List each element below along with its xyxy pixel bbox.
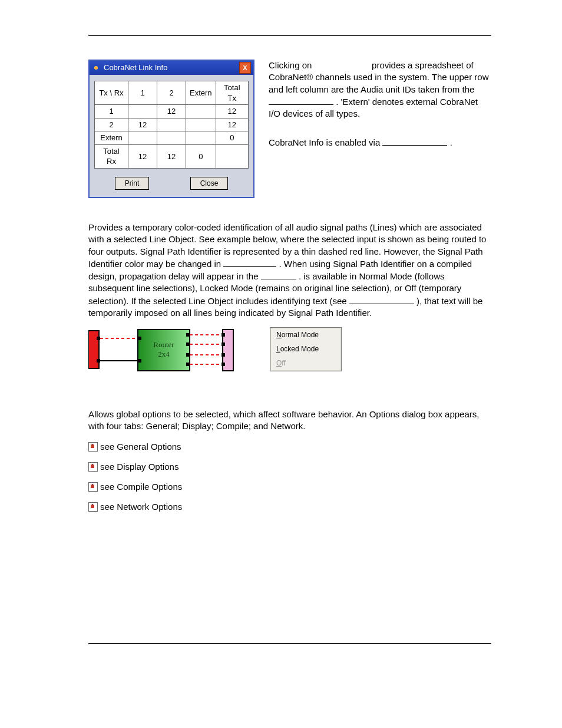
app-icon: [92, 64, 100, 72]
cell: 12: [157, 144, 186, 168]
dialog-titlebar: CobraNet Link Info X: [90, 61, 253, 75]
table-row: Tx \ Rx 1 2 Extern Total Tx: [95, 81, 249, 105]
topic-icon: [88, 462, 98, 472]
svg-rect-8: [186, 333, 190, 337]
svg-rect-10: [186, 353, 190, 357]
cell: [186, 131, 216, 145]
cell: 12: [216, 105, 248, 118]
svg-rect-6: [138, 337, 141, 340]
cell: 1: [128, 81, 157, 105]
text: Clicking on: [269, 60, 315, 70]
cell: 0: [216, 131, 248, 145]
options-paragraph: Allows global options to be selected, wh…: [88, 409, 491, 433]
cobranet-top-row: CobraNet Link Info X Tx \ Rx 1 2 Extern …: [88, 60, 491, 198]
svg-rect-20: [222, 363, 225, 366]
svg-rect-1: [97, 337, 100, 340]
list-item[interactable]: see Display Options: [88, 461, 491, 473]
option-link[interactable]: see Compile Options: [100, 481, 182, 493]
signal-path-identifier-section: Provides a temporary color-coded identif…: [88, 222, 491, 373]
cell: [186, 118, 216, 131]
cobranet-description: Clicking on CobraNet Info provides a spr…: [269, 60, 491, 154]
cell: 12: [128, 144, 157, 168]
svg-rect-19: [222, 353, 225, 357]
dialog-body: Tx \ Rx 1 2 Extern Total Tx 1 12 12: [90, 75, 253, 197]
network-access-link[interactable]: [382, 136, 447, 146]
table-row: 1 12 12: [95, 105, 249, 118]
router-label-line2: 2x4: [158, 350, 170, 358]
cell: 12: [216, 118, 248, 131]
dialog-title: CobraNet Link Info: [104, 62, 239, 73]
option-link[interactable]: see General Options: [100, 441, 181, 453]
router-diagram: Router 2x4: [88, 327, 234, 373]
cell: [128, 105, 157, 118]
router-label-line1: Router: [153, 340, 174, 349]
topic-icon: [88, 442, 98, 452]
cell: Total Rx: [95, 144, 128, 168]
object-properties-link[interactable]: [349, 295, 414, 304]
menu-item-off[interactable]: Off: [270, 356, 341, 370]
list-item[interactable]: see Network Options: [88, 501, 491, 513]
close-icon[interactable]: X: [239, 62, 251, 74]
cell: [157, 131, 186, 145]
text: CobraNet Info is enabled via: [269, 137, 382, 147]
table-row: Extern 0: [95, 131, 249, 145]
print-button[interactable]: Print: [115, 177, 150, 190]
topic-icon: [88, 502, 98, 512]
cell: [128, 131, 157, 145]
cell: Tx \ Rx: [95, 81, 128, 105]
topic-icon: [88, 482, 98, 492]
menu-item-locked[interactable]: Locked Mode: [270, 342, 341, 356]
option-link[interactable]: see Display Options: [100, 461, 178, 473]
svg-rect-9: [186, 342, 190, 346]
display-options-link[interactable]: [223, 258, 276, 267]
table-row: 2 12 12: [95, 118, 249, 131]
svg-rect-18: [222, 342, 225, 346]
status-bar-link[interactable]: [261, 270, 296, 279]
top-rule: [88, 35, 491, 36]
cell: Total Tx: [216, 81, 248, 105]
menu-item-normal[interactable]: Normal Mode: [270, 328, 341, 342]
cell: 1: [95, 105, 128, 118]
device-identifier-link[interactable]: [269, 95, 333, 105]
close-button[interactable]: Close: [190, 177, 229, 190]
cell: [216, 144, 248, 168]
cell: 12: [128, 118, 157, 131]
cobranet-link-info-dialog: CobraNet Link Info X Tx \ Rx 1 2 Extern …: [88, 60, 254, 198]
svg-rect-17: [222, 333, 225, 337]
cell: [157, 118, 186, 131]
cell: 12: [157, 105, 186, 118]
cell: 0: [186, 144, 216, 168]
cell: 2: [157, 81, 186, 105]
list-item[interactable]: see General Options: [88, 441, 491, 453]
text: .: [299, 271, 303, 281]
cobranet-table: Tx \ Rx 1 2 Extern Total Tx 1 12 12: [94, 81, 249, 169]
svg-rect-7: [138, 359, 141, 363]
option-link[interactable]: see Network Options: [100, 501, 182, 513]
svg-rect-11: [186, 363, 190, 366]
cell: Extern: [186, 81, 216, 105]
cell: [186, 105, 216, 118]
svg-rect-2: [97, 359, 100, 363]
bottom-rule: [88, 643, 491, 644]
cell: 2: [95, 118, 128, 131]
text: .: [450, 137, 452, 147]
cell: Extern: [95, 131, 128, 145]
table-row: Total Rx 12 12 0: [95, 144, 249, 168]
options-section: Allows global options to be selected, wh…: [88, 409, 491, 513]
list-item[interactable]: see Compile Options: [88, 481, 491, 493]
spi-paragraph: Provides a temporary color-coded identif…: [88, 222, 491, 319]
svg-rect-0: [88, 331, 99, 368]
spi-mode-menu: Normal Mode Locked Mode Off: [270, 327, 342, 371]
